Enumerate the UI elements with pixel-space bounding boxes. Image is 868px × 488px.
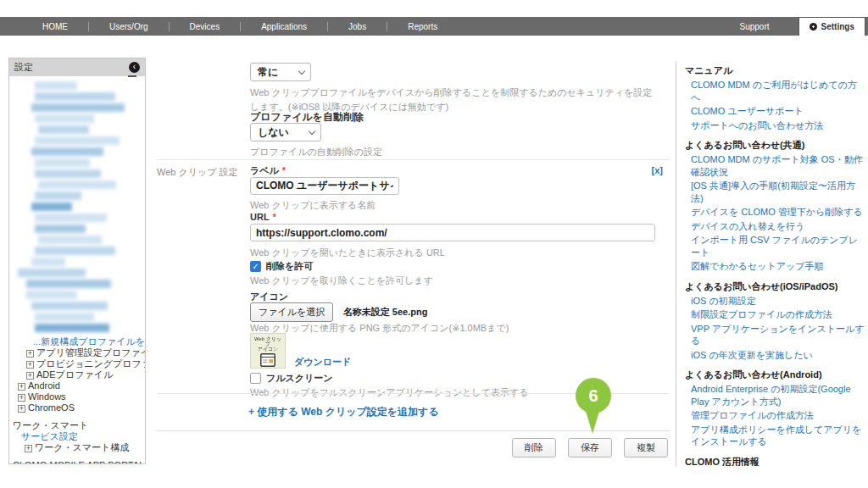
expand-icon[interactable]: + — [25, 445, 32, 452]
sidebar-collapse-button[interactable]: ‹ — [129, 62, 140, 73]
support-link[interactable]: Support — [740, 22, 770, 31]
help-link[interactable]: デバイスの入れ替えを行う — [685, 220, 866, 233]
help-link[interactable]: デバイスを CLOMO 管理下から削除する — [685, 206, 866, 219]
help-link[interactable]: iOS の年次更新を実施したい — [685, 349, 866, 362]
label-field-label: ラベル* — [250, 164, 286, 177]
sidebar-item-chromeos[interactable]: +ChromeOS — [9, 402, 145, 413]
help-link[interactable]: サポートへのお問い合わせ方法 — [685, 119, 866, 132]
expand-icon[interactable]: + — [26, 372, 34, 380]
redacted-text-bar — [31, 302, 108, 310]
help-link[interactable]: CLOMO MDM のサポート対象 OS・動作確認状況 — [685, 153, 866, 178]
redacted-text-bar — [35, 324, 109, 332]
icon-preview-caption: Web クリップ アイコン — [253, 336, 282, 352]
help-link[interactable]: [OS 共通]導入の手順(初期設定〜活用方法) — [685, 180, 866, 204]
security-select[interactable]: 常に — [250, 63, 311, 81]
expand-icon[interactable]: + — [26, 350, 34, 358]
help-link[interactable]: CLOMO MDM のご利用がはじめての方へ — [685, 79, 866, 103]
redacted-text-bar — [38, 236, 102, 244]
save-button[interactable]: 保存 — [568, 438, 612, 458]
help-link[interactable]: インポート用 CSV ファイルのテンプレート — [685, 234, 866, 258]
url-input[interactable] — [250, 224, 655, 241]
sidebar-item-item[interactable]: +アプリ管理設定プロファイル — [9, 347, 145, 358]
removable-label: 削除を許可 — [266, 260, 313, 273]
redacted-text-bar — [35, 158, 90, 167]
help-link[interactable]: 図解でわかるセットアップ手順 — [685, 260, 866, 273]
choose-file-button[interactable]: ファイルを選択 — [250, 302, 333, 322]
help-link[interactable]: iOS の初期設定 — [685, 295, 866, 308]
autodelete-select[interactable]: しない — [250, 123, 321, 141]
webclip-section-label: Web クリップ 設定 — [157, 165, 238, 180]
sidebar-item-item[interactable]: ...新規構成プロファイルを作成 — [9, 336, 145, 347]
help-link[interactable]: Android Enterprise の初期設定(Google Play アカウ… — [685, 383, 866, 408]
sidebar-item-item[interactable]: サービス設定 — [9, 431, 145, 442]
expand-icon[interactable]: + — [18, 405, 25, 413]
label-input[interactable] — [250, 177, 399, 195]
nav-item-users-org[interactable]: Users/Org — [89, 22, 169, 31]
redacted-text-bar — [35, 169, 101, 178]
help-section-title: CLOMO 活用情報 — [685, 456, 866, 467]
redacted-text-bar — [38, 125, 89, 134]
sidebar-item-item[interactable]: +プロビジョニングプロファイル — [9, 358, 145, 369]
expand-icon[interactable]: + — [18, 394, 25, 402]
help-link[interactable]: CLOMO ユーザーサポート — [685, 105, 866, 118]
tree-item-label: アプリ管理設定プロファイル — [36, 347, 146, 358]
help-link[interactable]: 管理プロファイルの作成方法 — [685, 409, 866, 422]
nav-item-home[interactable]: HOME — [22, 22, 88, 31]
icon-filename: 名称未設定 5ee.png — [343, 307, 428, 317]
help-panel: マニュアルCLOMO MDM のご利用がはじめての方へCLOMO ユーザーサポー… — [676, 61, 868, 466]
sidebar-collapse-mark — [128, 75, 136, 77]
remove-webclip-link[interactable]: [x] — [652, 165, 663, 175]
icon-file-row: ファイルを選択 名称未設定 5ee.png — [250, 302, 427, 322]
redacted-text-bar — [35, 136, 120, 145]
help-link[interactable]: 制限設定プロファイルの作成方法 — [685, 308, 866, 321]
duplicate-button[interactable]: 複製 — [624, 438, 668, 458]
sidebar-title: 設定 — [14, 61, 33, 74]
delete-button[interactable]: 削除 — [512, 438, 556, 458]
help-section-title: マニュアル — [685, 64, 866, 76]
chevron-down-icon — [298, 67, 305, 74]
help-section-clomo: CLOMO 活用情報CLOMO お役立ち情報コラムCLOMO オンラインセミナー… — [685, 456, 866, 467]
sidebar-item-item[interactable]: +ワーク・スマート構成 — [9, 442, 145, 453]
help-link[interactable]: アプリ構成ポリシーを作成してアプリをインストールする — [685, 424, 866, 448]
nav-item-applications[interactable]: Applications — [241, 22, 327, 31]
redacted-text-bar — [31, 147, 103, 156]
autodelete-select-value: しない — [258, 125, 289, 140]
sidebar-item-clomo-mobile-app-portal: CLOMO MOBILE APP PORTAL — [9, 460, 145, 464]
sidebar-header: 設定 ‹ — [9, 58, 145, 76]
url-field-label-text: URL — [250, 212, 270, 222]
add-webclip-link[interactable]: + 使用する Web クリップ設定を追加する — [248, 405, 439, 419]
fullscreen-checkbox[interactable] — [250, 373, 261, 384]
nav-item-reports[interactable]: Reports — [387, 22, 458, 31]
sidebar-item-android[interactable]: +Android — [9, 380, 145, 391]
divider — [157, 159, 670, 160]
redacted-text-bar — [35, 225, 86, 233]
removable-checkbox-row: ✓ 削除を許可 — [250, 260, 313, 273]
sidebar-redacted-area — [9, 76, 145, 332]
icon-help-text: Web クリップに使用する PNG 形式のアイコン(※1.0MBまで) — [250, 321, 509, 336]
nav-item-devices[interactable]: Devices — [170, 22, 241, 31]
help-link[interactable]: VPP アプリケーションをインストールする — [685, 323, 866, 347]
sidebar-item-windows[interactable]: +Windows — [9, 391, 145, 402]
redacted-text-bar — [35, 214, 107, 222]
webclip-profile-form: 常に Web クリッププロファイルをデバイスから削除することを制限するためのセキ… — [157, 58, 670, 473]
settings-tab[interactable]: Settings — [798, 17, 865, 36]
required-asterisk: * — [282, 165, 286, 175]
fullscreen-checkbox-row: フルスクリーン — [250, 372, 333, 385]
clomo-settings-screen: HOMEUsers/OrgDevicesApplicationsJobsRepo… — [0, 0, 868, 488]
sidebar-item-ade[interactable]: +ADEプロファイル — [9, 369, 145, 380]
nav-item-jobs[interactable]: Jobs — [328, 22, 387, 31]
form-buttons: 削除保存複製 — [512, 438, 668, 458]
icon-preview-caption-line1: Web クリップ — [254, 336, 281, 347]
expand-icon[interactable]: + — [26, 361, 34, 369]
removable-checkbox[interactable]: ✓ — [250, 261, 261, 272]
required-asterisk: * — [273, 212, 276, 222]
expand-icon[interactable]: + — [18, 383, 25, 391]
tree-item-label: ChromeOS — [28, 402, 75, 413]
redacted-text-bar — [35, 92, 115, 101]
redacted-text-bar — [18, 269, 86, 277]
help-section-item: マニュアルCLOMO MDM のご利用がはじめての方へCLOMO ユーザーサポー… — [685, 64, 866, 131]
label-field-label-text: ラベル — [250, 165, 279, 175]
download-link[interactable]: ダウンロード — [294, 356, 351, 369]
tree-item-label: プロビジョニングプロファイル — [36, 358, 146, 369]
webpage-icon — [260, 353, 275, 367]
